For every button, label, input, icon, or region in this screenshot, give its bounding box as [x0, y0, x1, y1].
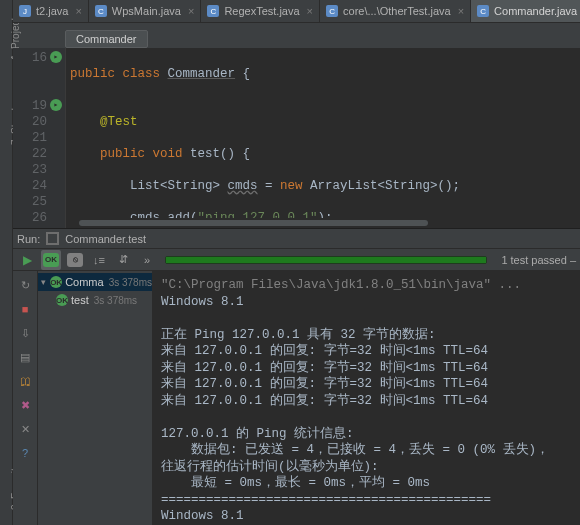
- tab-label: WpsMain.java: [112, 5, 181, 17]
- tab-wpsmain[interactable]: C WpsMain.java ×: [89, 0, 202, 22]
- variable: cmds: [228, 179, 258, 193]
- line-number: 25: [17, 194, 47, 210]
- more-button[interactable]: »: [137, 250, 157, 270]
- status-ok-icon: OK: [50, 276, 62, 288]
- dump-button[interactable]: ⇩: [17, 325, 33, 341]
- rerun-button[interactable]: ▶: [17, 250, 37, 270]
- gutter: 16 19 20 21 22 23 24 25 26 ▸ ▸: [13, 48, 66, 228]
- run-gutter-icon[interactable]: ▸: [50, 51, 62, 63]
- toggle-pass-button[interactable]: OK: [41, 250, 61, 270]
- editor-tabs: J t2.java × C WpsMain.java × C RegexTest…: [13, 0, 580, 23]
- pin-button[interactable]: ✖: [17, 397, 33, 413]
- line-number: 23: [17, 162, 47, 178]
- toggle-ignore-button[interactable]: ⦸: [65, 250, 85, 270]
- duration: 3s 378ms: [94, 295, 137, 306]
- console-line: 正在 Ping 127.0.0.1 具有 32 字节的数据:: [161, 328, 436, 342]
- rerun-failed-button[interactable]: ↻: [17, 277, 33, 293]
- svg-rect-1: [48, 234, 57, 243]
- console-line: Windows 8.1: [161, 295, 244, 309]
- horizontal-scrollbar[interactable]: [79, 218, 578, 228]
- keyword: new: [280, 179, 303, 193]
- tree-label: Comma: [65, 276, 104, 288]
- console-line: 数据包: 已发送 = 4，已接收 = 4，丢失 = 0 (0% 丢失)，: [161, 443, 549, 457]
- tab-label: RegexTest.java: [224, 5, 299, 17]
- tests-passed-label: 1 test passed –: [501, 254, 580, 266]
- close-icon[interactable]: ×: [75, 5, 81, 17]
- line-number: 16: [17, 50, 47, 66]
- code-body[interactable]: public class Commander { @Test public vo…: [66, 48, 464, 228]
- console-line: 来自 127.0.0.1 的回复: 字节=32 时间<1ms TTL=64: [161, 394, 488, 408]
- java-class-icon: C: [95, 5, 107, 17]
- help-button[interactable]: ?: [17, 445, 33, 461]
- run-config-name: Commander.test: [65, 233, 146, 245]
- tab-label: core\...\OtherTest.java: [343, 5, 451, 17]
- scrollbar-thumb[interactable]: [79, 220, 428, 226]
- console-line: ========================================…: [161, 493, 491, 507]
- line-number: [17, 82, 47, 98]
- left-tool-rail: 1: Project 7: Structure 2: Favorites: [0, 0, 13, 525]
- tab-t2[interactable]: J t2.java ×: [13, 0, 89, 22]
- run-toolbar: ▶ OK ⦸ ↓≡ ⇵ » 1 test passed –: [13, 249, 580, 271]
- expand-icon[interactable]: ▾: [40, 277, 47, 287]
- run-toolwindow-body: ↻ ■ ⇩ ▤ 🕮 ✖ ✕ ? ▾ OK Comma 3s 378ms OK t…: [13, 271, 580, 525]
- line-number: [17, 66, 47, 82]
- close-icon[interactable]: ×: [307, 5, 313, 17]
- class-name: Commander: [168, 67, 236, 81]
- console-line: "C:\Program Files\Java\jdk1.8.0_51\bin\j…: [161, 278, 521, 292]
- console-line: 往返行程的估计时间(以毫秒为单位):: [161, 460, 379, 474]
- close-button[interactable]: ✕: [17, 421, 33, 437]
- tab-othertest[interactable]: C core\...\OtherTest.java ×: [320, 0, 471, 22]
- line-number: 24: [17, 178, 47, 194]
- close-icon[interactable]: ×: [458, 5, 464, 17]
- code-text: List<String>: [70, 179, 228, 193]
- code-editor[interactable]: 16 19 20 21 22 23 24 25 26 ▸ ▸ public cl…: [13, 48, 580, 228]
- progress-fill: [166, 257, 486, 263]
- tab-label: t2.java: [36, 5, 68, 17]
- test-tree[interactable]: ▾ OK Comma 3s 378ms OK test 3s 378ms: [38, 271, 153, 525]
- line-number: 26: [17, 210, 47, 226]
- stop-button[interactable]: ■: [17, 301, 33, 317]
- ok-pill-icon: OK: [43, 253, 59, 267]
- tab-commander[interactable]: C Commander.java ×: [471, 0, 580, 22]
- line-number: 22: [17, 146, 47, 162]
- java-class-icon: C: [326, 5, 338, 17]
- status-ok-icon: OK: [56, 294, 68, 306]
- keyword: public void: [70, 147, 190, 161]
- breadcrumb[interactable]: Commander: [65, 30, 148, 48]
- console-line: Windows 8.1: [161, 509, 244, 523]
- run-gutter-icon[interactable]: ▸: [50, 99, 62, 111]
- java-file-icon: J: [19, 5, 31, 17]
- tree-test-node[interactable]: OK test 3s 378ms: [38, 291, 152, 309]
- test-config-icon: [46, 232, 59, 245]
- tree-label: test: [71, 294, 89, 306]
- run-label: Run:: [17, 233, 40, 245]
- layout-button[interactable]: ▤: [17, 349, 33, 365]
- annotation: @Test: [70, 115, 138, 129]
- run-side-toolbar: ↻ ■ ⇩ ▤ 🕮 ✖ ✕ ?: [13, 271, 38, 525]
- console-output[interactable]: "C:\Program Files\Java\jdk1.8.0_51\bin\j…: [153, 271, 580, 525]
- line-number: 19: [17, 98, 47, 114]
- console-line: 127.0.0.1 的 Ping 统计信息:: [161, 427, 354, 441]
- java-class-icon: C: [207, 5, 219, 17]
- test-progress-bar: [165, 256, 487, 264]
- close-icon[interactable]: ×: [188, 5, 194, 17]
- code-text: () {: [220, 147, 250, 161]
- duration: 3s 378ms: [109, 277, 152, 288]
- skip-pill-icon: ⦸: [67, 253, 83, 267]
- tree-root[interactable]: ▾ OK Comma 3s 378ms: [38, 273, 152, 291]
- keyword: public class: [70, 67, 168, 81]
- tab-label: Commander.java: [494, 5, 577, 17]
- run-toolwindow-header[interactable]: Run: Commander.test: [13, 228, 580, 249]
- console-line: 来自 127.0.0.1 的回复: 字节=32 时间<1ms TTL=64: [161, 344, 488, 358]
- expand-button[interactable]: ⇵: [113, 250, 133, 270]
- console-line: 最短 = 0ms，最长 = 0ms，平均 = 0ms: [161, 476, 430, 490]
- method-name: test: [190, 147, 220, 161]
- line-number: 21: [17, 130, 47, 146]
- code-text: ArrayList<String>();: [303, 179, 461, 193]
- console-line: 来自 127.0.0.1 的回复: 字节=32 时间<1ms TTL=64: [161, 361, 488, 375]
- code-text: =: [258, 179, 281, 193]
- sort-button[interactable]: ↓≡: [89, 250, 109, 270]
- history-button[interactable]: 🕮: [17, 373, 33, 389]
- java-class-icon: C: [477, 5, 489, 17]
- tab-regextest[interactable]: C RegexTest.java ×: [201, 0, 320, 22]
